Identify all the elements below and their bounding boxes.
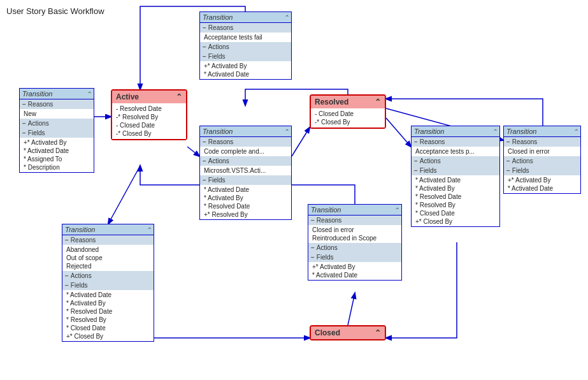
t5-field-2: * Activated Date [312,271,398,279]
t3-reasons-body: Code complete and... [200,147,291,156]
t1-collapse[interactable]: ⌃ [86,91,91,98]
t2-fields-body: +* Activated By * Activated Date [200,61,291,79]
t7-field-2: * Activated Date [508,184,577,193]
t4-fields-body: * Activated Date * Activated By * Resolv… [62,290,154,341]
state-active-field-1: - Resolved Date [116,105,182,113]
t2-reasons-label: Reasons [208,24,233,31]
state-active-collapse[interactable]: ⌃ [176,92,182,101]
t5-fields-label: Fields [317,254,334,261]
t5-actions-label: Actions [317,244,338,251]
transition-t7: Transition ⌃ − Reasons Closed in error −… [503,126,581,194]
t6-field-3: * Resolved Date [415,193,496,201]
t5-fields-minus: − [311,254,315,261]
state-resolved-field-2: -* Closed By [315,118,381,126]
state-resolved-collapse[interactable]: ⌃ [375,98,381,106]
t5-reasons-body: Closed in error Reintroduced in Scope [308,225,401,243]
svg-line-3 [292,128,310,156]
t4-fields-header: − Fields [62,281,154,290]
t5-header: Transition ⌃ [308,205,401,216]
t3-fields-label: Fields [208,177,226,184]
t1-fields-label: Fields [28,129,45,136]
state-active-field-3: - Closed Date [116,121,182,129]
t6-field-6: +* Closed By [415,217,496,226]
state-active-body: - Resolved Date -* Resolved By - Closed … [112,103,186,139]
svg-line-4 [386,118,411,147]
t1-reasons-minus: − [22,101,26,108]
t5-reason-1: Closed in error [312,226,398,234]
t1-field-3: * Assigned To [24,155,90,163]
t3-reason-1: Code complete and... [204,147,287,156]
transition-t4: Transition ⌃ − Reasons Abandoned Out of … [62,224,154,342]
t3-actions-header: − Actions [200,156,291,166]
t6-collapse[interactable]: ⌃ [492,128,497,135]
state-closed-collapse[interactable]: ⌃ [375,328,381,337]
t2-field-2: * Activated Date [204,70,287,78]
t1-actions-minus: − [22,120,26,127]
t3-label: Transition [203,128,233,135]
t1-actions-label: Actions [28,120,49,127]
t4-reasons-label: Reasons [71,237,96,244]
t6-field-1: * Activated Date [415,176,496,184]
t5-reason-2: Reintroduced in Scope [312,234,398,242]
t1-fields-header: − Fields [20,128,94,138]
state-resolved-body: - Closed Date -* Closed By [311,108,385,128]
t3-field-2: * Activated By [204,194,287,202]
t6-reason-1: Acceptance tests p... [415,147,496,156]
t6-fields-body: * Activated Date * Activated By * Resolv… [412,175,499,226]
t4-reason-2: Out of scope [66,254,150,262]
t3-reasons-header: − Reasons [200,137,291,147]
state-closed-header: Closed ⌃ [311,326,385,339]
t5-collapse[interactable]: ⌃ [394,207,399,214]
t4-label: Transition [65,226,95,233]
t7-collapse[interactable]: ⌃ [573,128,578,135]
state-active-header: Active ⌃ [112,91,186,103]
t7-reasons-label: Reasons [512,138,537,145]
t1-field-4: * Description [24,163,90,172]
t2-reason-1: Acceptance tests fail [204,33,287,41]
t1-reasons-label: Reasons [28,101,53,108]
t2-collapse[interactable]: ⌃ [283,14,289,21]
t6-field-4: * Resolved By [415,201,496,209]
t7-actions-minus: − [506,157,510,164]
t4-actions-label: Actions [71,272,92,279]
t7-reasons-header: − Reasons [504,137,580,147]
t3-fields-body: * Activated Date * Activated By * Resolv… [200,185,291,219]
t4-reason-1: Abandoned [66,245,150,254]
t4-header: Transition ⌃ [62,224,154,235]
t2-reasons-body: Acceptance tests fail [200,33,291,42]
transition-t1: Transition ⌃ − Reasons New − Actions − F… [19,88,94,173]
state-resolved-label: Resolved [315,98,348,106]
t2-reasons-header: − Reasons [200,23,291,33]
t1-field-1: +* Activated By [24,138,90,147]
t4-field-1: * Activated Date [66,291,150,299]
t2-header: Transition ⌃ [200,12,291,23]
state-resolved: Resolved ⌃ - Closed Date -* Closed By [310,94,386,129]
t7-label: Transition [506,128,536,135]
t4-fields-label: Fields [71,282,88,289]
t3-fields-header: − Fields [200,175,291,185]
t4-field-3: * Resolved Date [66,307,150,316]
t6-field-2: * Activated By [415,184,496,193]
t3-fields-minus: − [203,177,206,184]
t3-field-3: * Resolved Date [204,202,287,210]
t7-fields-minus: − [506,167,510,174]
t2-fields-header: − Fields [200,52,291,61]
transition-t3: Transition ⌃ − Reasons Code complete and… [199,126,292,220]
t3-collapse[interactable]: ⌃ [283,128,289,135]
t3-actions-label: Actions [208,157,229,164]
t5-reasons-header: − Reasons [308,216,401,225]
t4-field-5: * Closed Date [66,324,150,332]
t4-collapse[interactable]: ⌃ [146,226,151,233]
t6-label: Transition [414,128,444,135]
t2-fields-label: Fields [208,53,226,60]
t4-reasons-header: − Reasons [62,235,154,245]
t7-reason-1: Closed in error [508,147,577,156]
t7-field-1: +* Activated By [508,176,577,184]
t5-field-1: +* Activated By [312,263,398,271]
t6-field-5: * Closed Date [415,209,496,217]
t4-field-6: +* Closed By [66,332,150,340]
svg-line-6 [108,166,140,224]
t1-reason-1: New [24,110,90,118]
t3-reasons-minus: − [203,138,206,145]
t2-actions-minus: − [203,43,206,50]
